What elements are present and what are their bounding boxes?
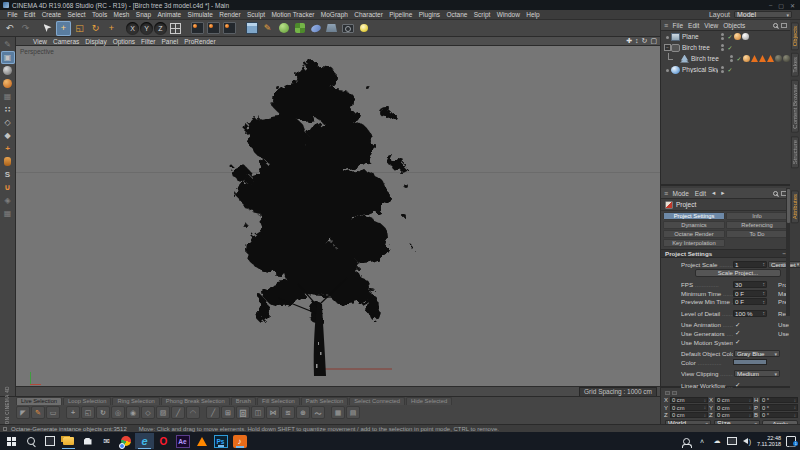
stitch-icon[interactable]: ≋ <box>281 406 295 419</box>
manager-tab[interactable]: Takes <box>791 53 799 77</box>
undo-icon[interactable]: ↶ <box>2 21 17 36</box>
move-icon[interactable]: + <box>66 406 80 419</box>
tray-expand-icon[interactable]: ˄ <box>697 435 707 447</box>
viewport-menu-item[interactable]: View <box>30 38 50 45</box>
edge-icon[interactable]: e <box>135 433 154 449</box>
arrow-tool-icon[interactable]: ◤ <box>16 406 30 419</box>
workplane-snap-icon[interactable]: ◈ <box>1 194 15 207</box>
menu-item[interactable]: Character <box>351 11 386 18</box>
menu-item[interactable]: Mesh <box>110 11 132 18</box>
light-object-icon[interactable] <box>356 21 371 36</box>
viewport-menu-item[interactable]: ProRender <box>181 38 218 45</box>
object-manager-menu-item[interactable]: Objects <box>721 22 748 29</box>
menu-item[interactable]: Select <box>64 11 88 18</box>
panel-menu-icon[interactable]: ≡ <box>664 22 668 29</box>
separator[interactable] <box>120 21 125 36</box>
live-selection-tool-icon[interactable]: ✎ <box>31 406 45 419</box>
menu-item[interactable]: Octane <box>443 11 470 18</box>
texture-axis-mode-icon[interactable] <box>1 77 15 90</box>
birch-tree-model[interactable] <box>16 46 660 386</box>
edit-menu[interactable]: Edit <box>692 190 708 197</box>
spinner-icon[interactable]: ↕ <box>763 290 766 296</box>
close-icon[interactable]: ✕ <box>790 2 795 9</box>
tri-tag[interactable] <box>751 55 758 62</box>
menu-item[interactable]: File <box>4 11 21 18</box>
attributes-tab[interactable]: Attributes <box>791 190 799 223</box>
extrude-icon[interactable]: ⊞ <box>221 406 235 419</box>
section-header[interactable]: Project Settings − <box>661 249 790 258</box>
object-name[interactable]: Plane <box>682 33 718 40</box>
onedrive-cloud-icon[interactable]: ☁ <box>712 435 722 447</box>
menu-item[interactable]: Animate <box>154 11 184 18</box>
viewport-menu-item[interactable]: Display <box>82 38 109 45</box>
camera-object-icon[interactable] <box>340 21 355 36</box>
minimize-icon[interactable]: – <box>769 2 772 9</box>
polygons-mode-icon[interactable]: ◆ <box>1 129 15 142</box>
menu-item[interactable]: Plugins <box>416 11 444 18</box>
tool-palette-tab[interactable]: Path Selection <box>301 397 348 405</box>
position-field[interactable]: 0 cm↕ <box>670 412 708 419</box>
menu-item[interactable]: Edit <box>21 11 39 18</box>
menu-item[interactable]: MoGraph <box>318 11 351 18</box>
Birch tree[interactable]: Birch tree ✓ <box>661 42 790 53</box>
viewport-menu-item[interactable]: Cameras <box>50 38 82 45</box>
quantize-icon[interactable]: ▦ <box>1 207 15 220</box>
mail-icon[interactable]: ✉ <box>97 433 116 449</box>
field-dropdown[interactable]: Medium▾ <box>734 370 780 377</box>
history-back-icon[interactable]: ◂ <box>710 189 718 197</box>
history-forward-icon[interactable]: ▸ <box>719 189 727 197</box>
menu-item[interactable]: Render <box>216 11 244 18</box>
visibility-toggles[interactable] <box>718 33 726 40</box>
store-icon[interactable] <box>78 433 97 449</box>
visibility-toggles[interactable] <box>718 66 726 73</box>
opera-icon[interactable]: O <box>154 433 173 449</box>
live-selection-icon[interactable] <box>40 21 55 36</box>
expand-toggle-icon[interactable] <box>664 67 671 73</box>
separator[interactable] <box>238 21 243 36</box>
viewport-menu-item[interactable]: Panel <box>159 38 182 45</box>
tool-palette-tab[interactable]: Phong Break Selection <box>161 397 230 405</box>
make-editable-icon[interactable]: ✎ <box>1 38 15 51</box>
menu-item[interactable]: Simulate <box>184 11 216 18</box>
menu-item[interactable]: Motion Tracker <box>268 11 317 18</box>
tri-tag[interactable] <box>759 55 766 62</box>
rotation-field[interactable]: 0 °↕ <box>760 397 798 404</box>
zoom-view-icon[interactable]: ↕ <box>635 37 639 45</box>
enabled-check-icon[interactable]: ✓ <box>726 33 734 40</box>
rectangle-selection-icon[interactable]: ▭ <box>46 406 60 419</box>
pan-view-icon[interactable]: ✚ <box>626 37 632 45</box>
position-field[interactable]: 0 cm↕ <box>670 404 708 411</box>
rotate-icon[interactable]: ↻ <box>96 406 110 419</box>
rotate-view-icon[interactable]: ↻ <box>642 37 648 45</box>
subdivision-surface-icon[interactable] <box>276 21 291 36</box>
visibility-toggles[interactable] <box>727 55 735 62</box>
field-value[interactable]: 100 %↕ <box>733 310 767 317</box>
menu-item[interactable]: Help <box>523 11 543 18</box>
layout-dropdown[interactable]: Model▾ <box>734 11 792 18</box>
phong-tag[interactable] <box>743 55 750 62</box>
people-icon[interactable] <box>682 435 692 447</box>
inner-extrude-icon[interactable]: 回 <box>236 406 250 419</box>
attribute-tab[interactable]: Referencing <box>726 221 788 229</box>
Plane[interactable]: Plane ✓ <box>661 31 790 42</box>
menu-item[interactable]: Window <box>494 11 524 18</box>
enable-axis-icon[interactable]: + <box>1 142 15 155</box>
enabled-check-icon[interactable]: ✓ <box>726 44 734 51</box>
position-field[interactable]: 0 cm↕ <box>670 397 708 404</box>
edit-render-settings-icon[interactable] <box>222 21 237 36</box>
subdivide-icon[interactable]: ▦ <box>331 406 345 419</box>
filter-icon[interactable] <box>781 23 787 28</box>
y-axis-lock-icon[interactable]: Y <box>140 22 153 35</box>
field-value[interactable]: 30↕ <box>733 281 767 288</box>
attribute-tab[interactable]: Key Interpolation <box>663 239 725 247</box>
volume-icon[interactable] <box>742 435 752 447</box>
model-mode-icon[interactable]: ▣ <box>1 51 15 64</box>
chrome-icon[interactable] <box>116 433 135 449</box>
snap-toggle-icon[interactable]: ∪ <box>1 181 15 194</box>
tri-tag[interactable] <box>767 55 774 62</box>
render-picture-viewer-icon[interactable] <box>206 21 221 36</box>
bridge-icon[interactable]: ⋈ <box>266 406 280 419</box>
points-mode-icon[interactable]: ∷ <box>1 103 15 116</box>
manager-tab[interactable]: Content Browser <box>791 80 799 133</box>
tool-palette-tab[interactable]: Ring Selection <box>112 397 159 405</box>
